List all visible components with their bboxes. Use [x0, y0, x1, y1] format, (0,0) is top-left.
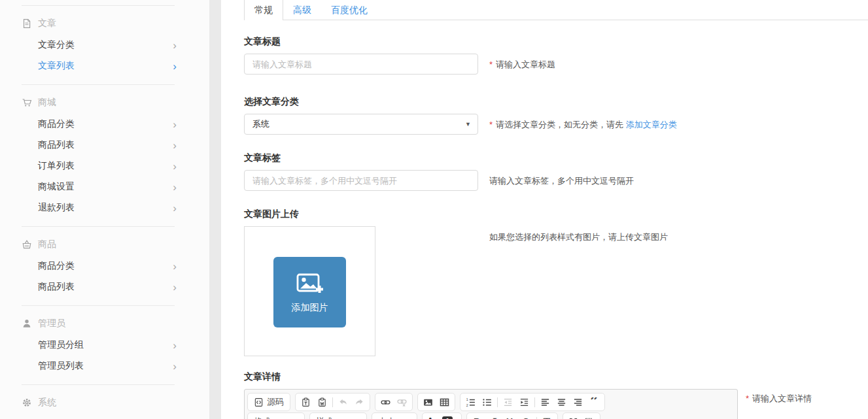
- blockquote-icon: ”: [590, 397, 599, 407]
- italic-button[interactable]: I: [485, 414, 502, 419]
- text-color-icon: A: [426, 416, 434, 419]
- insert-image-button[interactable]: [420, 394, 436, 410]
- image-upload-dropzone[interactable]: 添加图片: [244, 226, 375, 356]
- sidebar-item-refund-list[interactable]: 退款列表 ›: [0, 197, 209, 218]
- sidebar-item-label: 管理员分组: [38, 339, 84, 351]
- sidebar-section-system-header: 系统: [0, 392, 209, 414]
- toolbar-separator: [332, 397, 333, 407]
- sidebar-section-title: 商品: [38, 239, 56, 250]
- article-category-hint: *请选择文章分类，如无分类，请先 添加文章分类: [489, 119, 677, 131]
- chevron-right-icon: ›: [173, 361, 177, 372]
- sidebar: 文章 文章分类 › 文章列表 › 商城 商品分类 › 商品列表 › 订单列表 ›: [0, 0, 209, 419]
- main-content: 常规 高级 百度优化 文章标题 *请输入文章标题 选择文章分类 系统 ▼ *请选…: [221, 0, 868, 419]
- sidebar-item-product-list[interactable]: 商品列表 ›: [0, 135, 209, 156]
- sidebar-item-label: 商品分类: [38, 260, 75, 272]
- field-article-category: 选择文章分类 系统 ▼ *请选择文章分类，如无分类，请先 添加文章分类: [244, 94, 741, 135]
- show-blocks-icon: [585, 417, 595, 419]
- paste-word-icon: [317, 397, 327, 407]
- add-category-link[interactable]: 添加文章分类: [626, 120, 677, 129]
- sidebar-section-title: 文章: [38, 18, 56, 29]
- panel-gutter: [209, 0, 221, 419]
- bg-color-button[interactable]: A ▾: [441, 414, 459, 419]
- underline-button[interactable]: U: [502, 414, 518, 419]
- ordered-list-icon: [466, 397, 476, 407]
- article-tags-hint: 请输入文章标签，多个用中文逗号隔开: [489, 175, 634, 187]
- bold-button[interactable]: B: [469, 414, 485, 419]
- sidebar-item-mall-settings[interactable]: 商城设置 ›: [0, 176, 209, 197]
- add-image-button-label: 添加图片: [292, 302, 328, 314]
- sidebar-item-label: 商品列表: [38, 281, 75, 293]
- sidebar-item-admin-groups[interactable]: 管理员分组 ›: [0, 335, 209, 356]
- chevron-right-icon: ›: [173, 40, 177, 51]
- image-icon: [423, 397, 433, 407]
- redo-icon: [355, 397, 364, 407]
- chevron-right-icon: ›: [173, 161, 177, 172]
- user-icon: [22, 318, 32, 329]
- format-dropdown[interactable]: 格式 ▾: [247, 412, 305, 419]
- tab-baidu-seo[interactable]: 百度优化: [321, 0, 377, 20]
- outdent-button[interactable]: [500, 394, 516, 410]
- sidebar-item-order-list[interactable]: 订单列表 ›: [0, 156, 209, 176]
- ordered-list-button[interactable]: [462, 394, 479, 410]
- selected-category-value: 系统: [252, 118, 269, 130]
- source-button[interactable]: 源码: [250, 394, 288, 410]
- insert-table-button[interactable]: [436, 394, 453, 410]
- sidebar-item-label: 订单列表: [38, 160, 75, 172]
- add-image-button[interactable]: 添加图片: [273, 257, 346, 327]
- chevron-right-icon: ›: [173, 340, 177, 351]
- undo-button[interactable]: [335, 394, 351, 410]
- sidebar-item-goods-list[interactable]: 商品列表 ›: [0, 277, 209, 297]
- sidebar-item-label: 退款列表: [38, 202, 75, 214]
- maximize-button[interactable]: [565, 414, 582, 419]
- align-center-button[interactable]: [553, 394, 570, 410]
- article-category-select[interactable]: 系统 ▼: [244, 114, 478, 135]
- align-left-button[interactable]: [537, 394, 553, 410]
- article-icon: [22, 18, 32, 29]
- remove-format-button[interactable]: Tx: [539, 414, 555, 419]
- bullet-list-button[interactable]: [479, 394, 495, 410]
- tab-bar: 常规 高级 百度优化: [244, 0, 868, 20]
- sidebar-item-goods-category[interactable]: 商品分类 ›: [0, 256, 209, 277]
- sidebar-item-product-category[interactable]: 商品分类 ›: [0, 114, 209, 135]
- article-category-label: 选择文章分类: [244, 94, 741, 109]
- sidebar-item-basic-info[interactable]: 基本信息 ›: [0, 414, 209, 419]
- sidebar-item-article-category[interactable]: 文章分类 ›: [0, 35, 209, 56]
- show-blocks-button[interactable]: [582, 414, 598, 419]
- bg-color-icon: A: [442, 416, 453, 419]
- indent-button[interactable]: [516, 394, 532, 410]
- sidebar-section-mall: 商城 商品分类 › 商品列表 › 订单列表 › 商城设置 › 退款列表 ›: [0, 85, 209, 226]
- sidebar-section-admin-header: 管理员: [0, 312, 209, 335]
- strike-button[interactable]: S: [518, 414, 534, 419]
- paste-word-button[interactable]: [314, 394, 330, 410]
- rich-text-editor: 源码: [244, 389, 738, 419]
- paste-text-button[interactable]: [298, 394, 314, 410]
- article-tags-input[interactable]: [244, 170, 478, 191]
- sidebar-item-admin-list[interactable]: 管理员列表 ›: [0, 356, 209, 377]
- text-color-button[interactable]: A ▾: [425, 414, 441, 419]
- chevron-right-icon: ›: [173, 61, 177, 72]
- chevron-right-icon: ›: [173, 140, 177, 151]
- article-title-input[interactable]: [244, 54, 478, 75]
- align-center-icon: [557, 397, 566, 407]
- article-image-label: 文章图片上传: [244, 207, 741, 221]
- sidebar-item-article-list[interactable]: 文章列表 ›: [0, 56, 209, 76]
- indent-icon: [519, 397, 529, 407]
- unlink-button[interactable]: [394, 394, 410, 410]
- blockquote-button[interactable]: ”: [586, 394, 602, 410]
- chevron-right-icon: ›: [173, 261, 177, 272]
- required-asterisk: *: [489, 59, 493, 69]
- tab-general[interactable]: 常规: [244, 0, 283, 20]
- undo-icon: [338, 397, 348, 407]
- size-dropdown[interactable]: 大小 ▾: [372, 412, 417, 419]
- article-tags-label: 文章标签: [244, 150, 741, 165]
- style-dropdown[interactable]: 样式 ▾: [309, 412, 367, 419]
- redo-button[interactable]: [351, 394, 368, 410]
- gear-icon: [22, 397, 32, 408]
- tab-advanced[interactable]: 高级: [283, 0, 321, 20]
- article-content-hint: *请输入文章详情: [746, 393, 812, 405]
- article-image-hint: 如果您选择的列表样式有图片，请上传文章图片: [489, 231, 668, 243]
- chevron-right-icon: ›: [173, 203, 177, 214]
- link-button[interactable]: [377, 394, 394, 410]
- align-left-icon: [540, 397, 550, 407]
- align-right-button[interactable]: [570, 394, 586, 410]
